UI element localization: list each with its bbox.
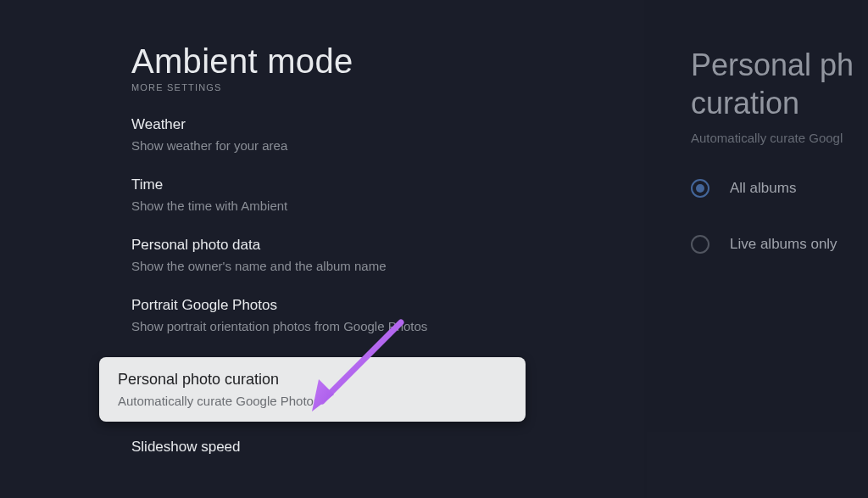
setting-title: Slideshow speed <box>131 439 644 456</box>
setting-portrait-google-photos[interactable]: Portrait Google Photos Show portrait ori… <box>131 297 644 333</box>
setting-title: Personal photo curation <box>118 371 507 389</box>
setting-personal-photo-curation[interactable]: Personal photo curation Automatically cu… <box>99 357 526 422</box>
detail-title: Personal ph curation <box>691 46 868 122</box>
radio-icon <box>691 179 709 198</box>
setting-desc: Automatically curate Google Photos <box>118 394 507 408</box>
setting-title: Time <box>131 176 644 193</box>
setting-title: Portrait Google Photos <box>131 297 644 314</box>
setting-time[interactable]: Time Show the time with Ambient <box>131 176 644 213</box>
radio-all-albums[interactable]: All albums <box>691 179 868 198</box>
setting-desc: Show the time with Ambient <box>131 199 644 213</box>
setting-slideshow-speed[interactable]: Slideshow speed <box>131 439 644 456</box>
detail-panel: Personal ph curation Automatically curat… <box>644 0 868 498</box>
radio-dot-icon <box>696 184 704 193</box>
setting-desc: Show weather for your area <box>131 138 644 153</box>
radio-label: All albums <box>730 180 796 197</box>
page-title: Ambient mode <box>131 42 644 81</box>
setting-personal-photo-data[interactable]: Personal photo data Show the owner's nam… <box>131 237 644 273</box>
setting-title: Personal photo data <box>131 237 644 254</box>
setting-desc: Show portrait orientation photos from Go… <box>131 319 644 333</box>
radio-icon <box>691 235 709 254</box>
settings-list-panel: Ambient mode MORE SETTINGS Weather Show … <box>0 0 644 498</box>
section-header: MORE SETTINGS <box>131 82 644 92</box>
radio-label: Live albums only <box>730 236 837 253</box>
radio-live-albums-only[interactable]: Live albums only <box>691 235 868 254</box>
detail-desc: Automatically curate Googl <box>691 131 868 145</box>
setting-title: Weather <box>131 116 644 133</box>
setting-desc: Show the owner's name and the album name <box>131 259 644 273</box>
setting-weather[interactable]: Weather Show weather for your area <box>131 116 644 153</box>
